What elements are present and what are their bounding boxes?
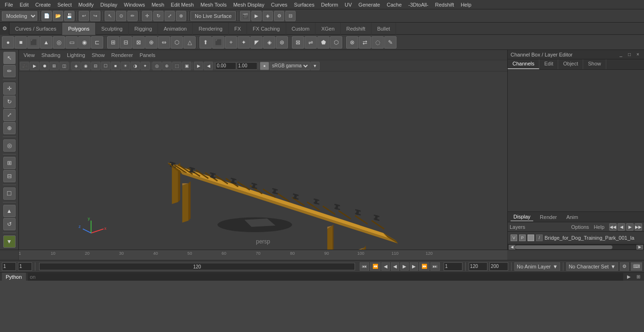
cb-minimize-icon[interactable]: _ [618,51,624,58]
shelf-sphere[interactable]: ● [2,36,14,49]
tab-sculpting[interactable]: Sculpting [96,23,129,35]
shelf-plane[interactable]: ▭ [66,36,78,49]
layer-color-swatch[interactable] [528,235,534,241]
tab-fx[interactable]: FX [229,23,247,35]
lasso-icon[interactable]: ⊙ [116,11,126,21]
shelf-weld[interactable]: ⊛ [276,36,288,49]
layer-tab-render[interactable]: Render [537,213,560,221]
shelf-pipe[interactable]: ⊏ [91,36,103,49]
anim-end2-input[interactable] [489,262,508,271]
move-icon[interactable]: ✛ [142,11,152,21]
shelf-slide[interactable]: ⇄ [359,36,371,49]
shelf-edge-loop[interactable]: ⊠ [292,36,304,49]
snap-to-curve-icon[interactable]: ⊟ [3,170,16,182]
scale-tool-icon[interactable]: ⤢ [3,109,16,121]
render-options-icon[interactable]: ⚙ [274,11,284,21]
menu-mesh[interactable]: Mesh [149,1,167,8]
vpt-prev-frame-icon[interactable]: ◀ [204,62,213,70]
rotate-x-input[interactable] [215,62,236,70]
go-end-btn[interactable]: ⏭ [430,262,440,271]
paint-select-icon[interactable]: ✏ [127,11,138,21]
frame-current-input[interactable] [18,262,32,271]
show-manip-icon[interactable]: ⊕ [3,122,16,134]
universal-manip-icon[interactable]: ⊕ [176,11,186,21]
color-space-select[interactable]: sRGB gamma [270,62,310,70]
vpt-hud-icon[interactable]: ⊕ [162,62,172,70]
move-tool-icon[interactable]: ✛ [3,82,16,95]
next-frame-btn[interactable]: ⏩ [419,262,429,271]
menu-surfaces[interactable]: Surfaces [291,1,317,8]
menu-generate[interactable]: Generate [355,1,383,8]
tab-rendering[interactable]: Rendering [193,23,229,35]
rect-select-icon[interactable]: ☐ [3,187,16,200]
shelf-poke[interactable]: ✦ [238,36,250,49]
new-file-icon[interactable]: 📄 [41,11,52,21]
show-hide-icon[interactable]: ▼ [3,235,16,248]
vpt-textured-icon[interactable]: ■ [111,62,120,70]
shelf-combine[interactable]: ⊞ [107,36,119,49]
shelf-sculpt[interactable]: ✎ [384,36,396,49]
rotate-tool-icon[interactable]: ↻ [3,96,16,108]
frame-start-input[interactable] [2,262,16,271]
ch-tab-show[interactable]: Show [583,59,606,69]
ch-tab-channels[interactable]: Channels [508,59,539,69]
soft-mod-icon[interactable]: ◎ [3,139,16,152]
ipr-icon[interactable]: ◈ [263,11,273,21]
cb-close-icon[interactable]: × [635,51,641,58]
menu-windows[interactable]: Windows [121,1,148,8]
menu-curves[interactable]: Curves [268,1,290,8]
python-input[interactable] [28,273,623,281]
no-anim-layer-select[interactable]: No Anim Layer ▼ [514,262,560,271]
shelf-disk[interactable]: ◉ [78,36,91,49]
vp-menu-renderer[interactable]: Renderer [108,52,136,58]
tab-rigging[interactable]: Rigging [129,23,158,35]
menu-create[interactable]: Create [33,1,54,8]
tab-settings-icon[interactable]: ⚙ [0,23,9,35]
no-char-set-select[interactable]: No Character Set ▼ [566,262,618,271]
shelf-triangulate[interactable]: △ [183,36,196,49]
vpt-isolate-icon[interactable]: ◎ [152,62,162,70]
shelf-connect[interactable]: ⇌ [305,36,317,49]
menu-display[interactable]: Display [98,1,120,8]
menu-help[interactable]: Help [458,1,474,8]
tab-animation[interactable]: Animation [158,23,193,35]
vpt-grid-icon[interactable]: ⊞ [50,62,59,70]
layer-tab-anim[interactable]: Anim [563,213,581,221]
shelf-extrude[interactable]: ⬆ [199,36,212,49]
layer-scrollbar[interactable]: ◀ ▶ [508,244,644,250]
layer-next-icon[interactable]: ▶ [626,223,634,231]
vp-menu-shading[interactable]: Shading [39,52,63,58]
cb-maximize-icon[interactable]: □ [626,51,633,58]
vpt-cam-gate-icon[interactable]: ⬚ [172,62,182,70]
tab-polygons[interactable]: Polygons [62,23,95,35]
workspace-selector[interactable]: Modeling [2,11,37,21]
shelf-chamfer[interactable]: ⬡ [330,36,342,49]
shelf-cube[interactable]: ■ [15,36,27,49]
shelf-cylinder[interactable]: ⬛ [27,36,40,49]
bp-grid-icon[interactable]: ⊞ [635,273,642,281]
scroll-left-btn[interactable]: ◀ [509,245,515,250]
render-icon[interactable]: 🎬 [240,11,250,21]
python-tab[interactable]: Python [2,273,26,281]
vpt-film-icon[interactable]: ▶ [30,62,39,70]
vpt-camera-icon[interactable]: 🎥 [20,62,29,70]
shelf-wedge[interactable]: ◤ [250,36,263,49]
vpt-wire-icon[interactable]: ◫ [59,62,69,70]
shelf-append[interactable]: + [225,36,237,49]
help-label[interactable]: Help [594,224,604,230]
ch-tab-object[interactable]: Object [558,59,583,69]
shelf-separate[interactable]: ⊟ [120,36,132,49]
vpt-gate-mask-icon[interactable]: ▣ [182,62,191,70]
vpt-color-mgmt-icon[interactable]: ● [260,62,269,70]
render-seq-icon[interactable]: ▶ [251,11,262,21]
undo-icon[interactable]: ↩ [79,11,89,21]
vpt-wire-on-shaded-icon[interactable]: ⊟ [91,62,100,70]
live-surface-btn[interactable]: No Live Surface [190,11,236,21]
bp-run-icon[interactable]: ▶ [625,273,633,281]
menu-redshift[interactable]: Redshift [432,1,457,8]
shelf-torus[interactable]: ◎ [53,36,65,49]
render-region-icon[interactable]: ⊟ [285,11,296,21]
ch-tab-edit[interactable]: Edit [539,59,558,69]
vpt-gamma-icon[interactable]: ▼ [310,62,320,70]
camera-tool-icon[interactable]: ▲ [3,205,16,217]
